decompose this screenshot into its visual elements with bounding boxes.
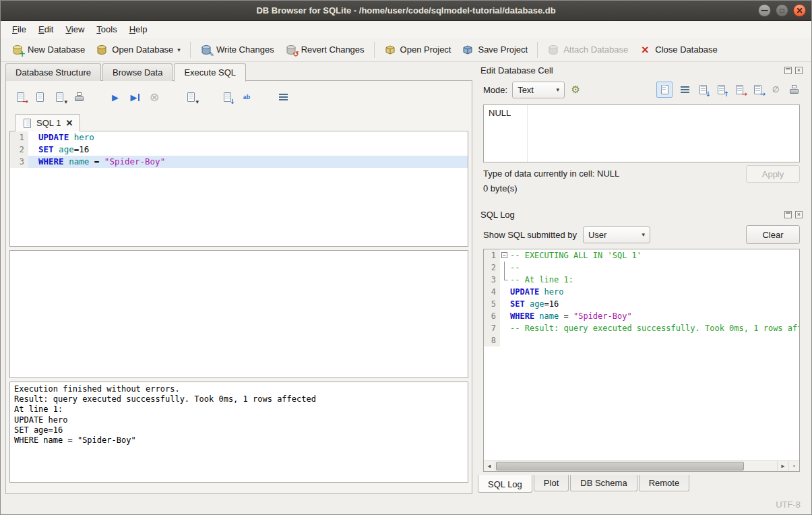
- edit-cell-toolbar: Mode: Text: [476, 78, 807, 102]
- cell-info: Type of data currently in cell: NULL 0 b…: [476, 162, 807, 199]
- new-database-label: New Database: [28, 44, 85, 55]
- word-wrap-icon[interactable]: [679, 84, 691, 96]
- menu-edit[interactable]: Edit: [32, 22, 59, 36]
- app-window: DB Browser for SQLite - /home/user/code/…: [0, 0, 812, 515]
- save-sql-file-icon[interactable]: [34, 91, 46, 103]
- toolbar-separator: [374, 42, 375, 58]
- sql-log-filter-row: Show SQL submitted by User Clear: [476, 222, 807, 247]
- tab-sql-log[interactable]: SQL Log: [478, 475, 532, 493]
- cell-value: NULL: [489, 108, 511, 118]
- sql-toolbar: [6, 84, 472, 111]
- write-changes-button[interactable]: Write Changes: [195, 40, 280, 59]
- bottom-tabs: SQL Log Plot DB Schema Remote: [476, 475, 807, 494]
- text-mode-icon[interactable]: [656, 82, 673, 98]
- window-controls: ― □ ✕: [758, 4, 806, 17]
- cell-type-text: Type of data currently in cell: NULL: [483, 169, 619, 179]
- chevron-down-icon: [642, 231, 645, 238]
- save-cell-icon[interactable]: [751, 84, 763, 96]
- print-cell-icon[interactable]: [788, 84, 800, 96]
- sql-log-float-icon[interactable]: [784, 211, 792, 218]
- sql-tab-close-icon[interactable]: ✕: [65, 119, 73, 127]
- menu-tools[interactable]: Tools: [90, 22, 123, 36]
- clear-log-button[interactable]: Clear: [746, 225, 800, 244]
- edit-cell-close-icon[interactable]: [795, 67, 803, 74]
- new-sql-tab-icon[interactable]: [185, 91, 197, 103]
- scrollbar-track[interactable]: [495, 461, 777, 471]
- encoding-indicator[interactable]: UTF-8: [776, 499, 801, 510]
- open-database-dropdown-icon[interactable]: [177, 47, 181, 53]
- save-sql-as-icon[interactable]: [53, 91, 65, 103]
- sql-tab-label: SQL 1: [36, 118, 61, 128]
- import-cell-icon[interactable]: [697, 84, 709, 96]
- execute-all-icon[interactable]: [109, 91, 121, 103]
- new-database-button[interactable]: New Database: [6, 40, 90, 59]
- sql-log-dock-title: SQL Log: [476, 207, 807, 222]
- right-panel: Edit Database Cell Mode: Text: [476, 63, 807, 494]
- tab-remote[interactable]: Remote: [639, 475, 690, 491]
- left-panel: Database Structure Browse Data Execute S…: [5, 63, 472, 494]
- revert-changes-button[interactable]: Revert Changes: [280, 40, 370, 59]
- open-project-label: Open Project: [400, 44, 451, 55]
- execute-current-line-icon[interactable]: [129, 91, 141, 103]
- menu-help[interactable]: Help: [123, 22, 154, 36]
- scroll-left-icon[interactable]: ◀: [484, 461, 495, 471]
- chevron-down-icon: [557, 86, 560, 93]
- edit-cell-float-icon[interactable]: [784, 67, 792, 74]
- tab-execute-sql[interactable]: Execute SQL: [174, 63, 246, 82]
- save-project-icon: [462, 44, 474, 56]
- results-grid[interactable]: [9, 250, 468, 378]
- tab-plot[interactable]: Plot: [534, 475, 569, 491]
- save-project-label: Save Project: [478, 44, 528, 55]
- auto-format-icon[interactable]: [277, 91, 289, 103]
- statusbar: UTF-8: [1, 495, 811, 514]
- stop-execution-icon[interactable]: [148, 91, 160, 103]
- edit-cell-dock-title: Edit Database Cell: [476, 63, 807, 78]
- open-database-label: Open Database: [112, 44, 173, 55]
- maximize-button[interactable]: □: [776, 4, 788, 17]
- close-button[interactable]: ✕: [793, 4, 806, 17]
- open-project-button[interactable]: Open Project: [379, 40, 457, 59]
- sql-log-title: SQL Log: [480, 210, 515, 220]
- scroll-right-icon[interactable]: ▶: [777, 461, 788, 471]
- revert-changes-label: Revert Changes: [301, 44, 365, 55]
- open-database-button[interactable]: Open Database: [90, 40, 186, 59]
- mode-select[interactable]: Text: [512, 82, 565, 98]
- execution-output: Execution finished without errors.Result…: [9, 382, 468, 483]
- submitted-by-value: User: [588, 230, 606, 240]
- set-null-icon[interactable]: [770, 84, 782, 96]
- apply-button[interactable]: Apply: [746, 165, 800, 183]
- submitted-by-select[interactable]: User: [583, 226, 650, 243]
- sql-log-view[interactable]: 1−-- EXECUTING ALL IN 'SQL 1'2--3-- At l…: [483, 249, 800, 472]
- menu-view[interactable]: View: [59, 22, 90, 36]
- tab-browse-data[interactable]: Browse Data: [102, 63, 173, 81]
- sql-log-close-icon[interactable]: [795, 211, 803, 218]
- sql-tab[interactable]: SQL 1 ✕: [15, 114, 80, 131]
- export-results-icon[interactable]: [221, 91, 233, 103]
- scrollbar-corner: ▾: [788, 461, 799, 471]
- save-project-button[interactable]: Save Project: [456, 40, 533, 59]
- print-sql-icon[interactable]: [73, 91, 85, 103]
- close-database-button[interactable]: Close Database: [633, 40, 723, 59]
- auto-switch-mode-icon[interactable]: [569, 84, 582, 96]
- titlebar[interactable]: DB Browser for SQLite - /home/user/code/…: [1, 1, 811, 21]
- replace-cell-icon[interactable]: [733, 84, 745, 96]
- export-cell-icon[interactable]: [715, 84, 727, 96]
- menu-file[interactable]: File: [6, 22, 32, 36]
- edit-cell-title: Edit Database Cell: [480, 65, 553, 75]
- mode-value: Text: [518, 85, 534, 95]
- toolbar-separator: [190, 42, 191, 58]
- close-database-label: Close Database: [655, 44, 718, 55]
- sql-editor[interactable]: 1UPDATE hero2SET age=163WHERE name = "Sp…: [9, 131, 468, 247]
- scrollbar-thumb[interactable]: [496, 462, 744, 471]
- open-sql-file-icon[interactable]: [14, 91, 26, 103]
- cell-editor[interactable]: NULL: [483, 104, 800, 162]
- attach-database-label: Attach Database: [563, 44, 628, 55]
- horizontal-scrollbar[interactable]: ◀ ▶ ▾: [484, 460, 799, 471]
- menubar: File Edit View Tools Help: [1, 21, 811, 38]
- minimize-button[interactable]: ―: [758, 4, 771, 17]
- execute-sql-pane: SQL 1 ✕ 1UPDATE hero2SET age=163WHERE na…: [5, 80, 472, 494]
- attach-database-button[interactable]: Attach Database: [542, 40, 633, 59]
- find-replace-icon[interactable]: [241, 91, 253, 103]
- tab-db-schema[interactable]: DB Schema: [570, 475, 637, 491]
- tab-database-structure[interactable]: Database Structure: [5, 63, 101, 81]
